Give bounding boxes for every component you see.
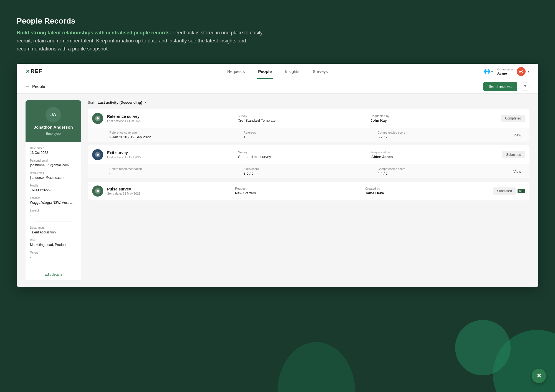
back-arrow-icon: ← bbox=[26, 84, 30, 89]
surveys-panel: Sort: Last activity (Descending) ▾ Refer… bbox=[88, 100, 529, 280]
subnav-title: People bbox=[32, 84, 45, 89]
reference-view-link[interactable]: View bbox=[509, 131, 525, 139]
globe-button[interactable]: 🌐 ▾ bbox=[484, 68, 493, 75]
exit-survey-icon bbox=[92, 149, 103, 160]
ref-referees-col: Referees 1 bbox=[241, 131, 375, 139]
profile-info: Date added 13 Oct 2022 Personal email jo… bbox=[26, 142, 81, 268]
location-section: Location Wagga Wagga NSW, Austra... bbox=[30, 197, 77, 205]
pulse-count-badge: 6/6 bbox=[518, 189, 525, 193]
reference-survey-icon bbox=[92, 113, 103, 124]
date-added-label: Date added bbox=[30, 147, 77, 150]
profile-name: Jonathon Anderson bbox=[34, 125, 73, 129]
nav-insights[interactable]: Insights bbox=[284, 64, 301, 79]
pulse-survey-icon bbox=[92, 185, 103, 197]
nav-people[interactable]: People bbox=[257, 64, 273, 79]
pulse-survey-date: Send date: 22 May 2023 bbox=[107, 192, 233, 195]
profile-divider bbox=[34, 222, 72, 222]
pulse-survey-card: Pulse survey Send date: 22 May 2023 Requ… bbox=[88, 182, 529, 200]
location-value: Wagga Wagga NSW, Austra... bbox=[30, 201, 77, 205]
date-added-section: Date added 13 Oct 2022 bbox=[30, 147, 77, 155]
linkedin-value: - bbox=[30, 213, 77, 217]
sub-nav: ← People Send request ? bbox=[17, 79, 538, 94]
page-header: People Records Build strong talent relat… bbox=[0, 0, 555, 64]
tenure-section: Tenure - bbox=[30, 251, 77, 259]
personal-email-value: jonathon4355@gmail.com bbox=[30, 163, 77, 167]
exit-survey-info: Exit survey Last activity: 17 Oct 2022 bbox=[107, 151, 236, 159]
role-section: Role Marketing Lead, Product bbox=[30, 239, 77, 247]
sort-value[interactable]: Last activity (Descending) bbox=[97, 100, 142, 105]
exit-rehire-col: Rehire recommendation - bbox=[107, 167, 241, 175]
app-window: ✕ REF Requests People Insights Surveys 🌐… bbox=[17, 64, 538, 287]
profile-panel: JA Jonathon Anderson Employee Date added… bbox=[26, 100, 81, 280]
pulse-survey-col1: Request New Starters bbox=[233, 187, 363, 195]
reference-survey-col1: Survey Xref Standard Template bbox=[236, 114, 369, 123]
page-title: People Records bbox=[17, 17, 538, 26]
location-label: Location bbox=[30, 197, 77, 200]
navbar: ✕ REF Requests People Insights Surveys 🌐… bbox=[17, 64, 538, 79]
reference-survey-row: Reference survey Last activity: 14 Oct 2… bbox=[88, 109, 529, 128]
exit-competencies-col: Competencies score 4.4 / 5 bbox=[375, 167, 509, 175]
exit-survey-card: Exit survey Last activity: 17 Oct 2022 S… bbox=[88, 145, 529, 178]
logo-ref: REF bbox=[31, 68, 42, 74]
subnav-right: Send request ? bbox=[483, 82, 529, 91]
reference-detail-row: Reference coverage 2 Jan 2018 - 12 Sep 2… bbox=[88, 128, 529, 142]
tenure-value: - bbox=[30, 255, 77, 259]
mobile-section: Mobile +61411232223 bbox=[30, 184, 77, 192]
reference-survey-date: Last activity: 14 Oct 2022 bbox=[107, 119, 236, 123]
edit-details-button[interactable]: Edit details bbox=[26, 268, 81, 280]
logo-x: ✕ bbox=[26, 68, 30, 75]
ref-competencies-col: Competencies score 5.2 / 7 bbox=[375, 131, 509, 139]
nav-right: 🌐 ▾ Organisation Acme AC ▾ bbox=[484, 67, 529, 76]
profile-card: JA Jonathon Anderson Employee Date added… bbox=[26, 100, 81, 280]
exit-skills-col: Skills score 3.6 / 5 bbox=[241, 167, 375, 175]
exit-detail-row: Rehire recommendation - Skills score 3.6… bbox=[88, 164, 529, 178]
pulse-survey-col2: Created by Tama Heka bbox=[363, 187, 493, 195]
globe-icon: 🌐 bbox=[484, 68, 490, 75]
org-text: Organisation Acme bbox=[497, 68, 514, 75]
send-request-button[interactable]: Send request bbox=[483, 82, 517, 91]
linkedin-label: Linkedin bbox=[30, 209, 77, 212]
bg-decoration-3 bbox=[278, 342, 355, 392]
work-email-section: Work email j.anderson@acme.com bbox=[30, 172, 77, 180]
exit-view-link[interactable]: View bbox=[509, 168, 525, 175]
mobile-label: Mobile bbox=[30, 184, 77, 187]
profile-avatar: JA bbox=[46, 107, 61, 123]
nav-requests[interactable]: Requests bbox=[226, 64, 246, 79]
personal-email-label: Personal email bbox=[30, 159, 77, 162]
bg-decoration-2 bbox=[455, 320, 511, 375]
reference-survey-info: Reference survey Last activity: 14 Oct 2… bbox=[107, 114, 236, 123]
exit-survey-date: Last activity: 17 Oct 2022 bbox=[107, 156, 236, 159]
logo: ✕ REF bbox=[26, 68, 42, 75]
department-label: Department bbox=[30, 226, 77, 229]
mobile-value: +61411232223 bbox=[30, 188, 77, 192]
exit-survey-col1: Survey Standard exit survey bbox=[236, 151, 369, 159]
sort-bar: Sort: Last activity (Descending) ▾ bbox=[88, 100, 529, 105]
org-avatar: AC bbox=[517, 67, 526, 76]
reference-survey-card: Reference survey Last activity: 14 Oct 2… bbox=[88, 109, 529, 142]
exit-survey-name: Exit survey bbox=[107, 151, 236, 155]
back-button[interactable]: ← People bbox=[26, 84, 45, 89]
role-label: Role bbox=[30, 239, 77, 242]
reference-survey-col2: Requested by John Kay bbox=[368, 114, 501, 123]
sort-chevron: ▾ bbox=[145, 101, 146, 104]
float-x-button[interactable]: ✕ bbox=[532, 369, 546, 383]
nav-surveys[interactable]: Surveys bbox=[312, 64, 329, 79]
profile-header: JA Jonathon Anderson Employee bbox=[26, 100, 81, 142]
exit-survey-col2: Requested by Aiden Jones bbox=[369, 151, 502, 159]
work-email-value: j.anderson@acme.com bbox=[30, 176, 77, 180]
reference-status-badge[interactable]: Completed bbox=[501, 115, 525, 122]
globe-chevron: ▾ bbox=[491, 70, 493, 73]
pulse-survey-name: Pulse survey bbox=[107, 187, 233, 191]
exit-status-badge[interactable]: Submitted bbox=[502, 151, 525, 158]
sort-label: Sort: bbox=[88, 100, 95, 105]
org-section: Organisation Acme AC ▾ bbox=[497, 67, 529, 76]
pulse-status-badge[interactable]: Submitted bbox=[493, 187, 516, 195]
personal-email-section: Personal email jonathon4355@gmail.com bbox=[30, 159, 77, 167]
nav-links: Requests People Insights Surveys bbox=[226, 64, 329, 79]
role-value: Marketing Lead, Product bbox=[30, 243, 77, 247]
date-added-value: 13 Oct 2022 bbox=[30, 151, 77, 155]
profile-role: Employee bbox=[46, 132, 60, 136]
subtitle-highlight: Build strong talent relationships with c… bbox=[17, 30, 171, 35]
help-button[interactable]: ? bbox=[521, 82, 529, 91]
pulse-survey-row: Pulse survey Send date: 22 May 2023 Requ… bbox=[88, 182, 529, 200]
